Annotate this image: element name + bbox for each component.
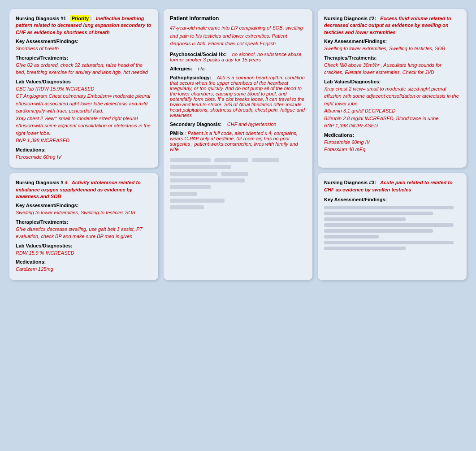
patient-info-card: Patient information 47-year-old male cam… bbox=[164, 9, 312, 280]
allergy-row: Allergies: n/a bbox=[170, 66, 306, 71]
patho-content: Afib is a common heart rhythm condition … bbox=[170, 75, 305, 118]
nd4-therapies-content: Give diuretics decrease swelling, use ga… bbox=[16, 226, 152, 240]
nd2-therapies-label: Therapies/Treatments: bbox=[324, 55, 460, 61]
main-grid: Nursing Diagnosis #1 Priority: Ineffecti… bbox=[9, 9, 467, 280]
nd2-meds1: Furosemide 60mg IV bbox=[324, 139, 370, 145]
nd4-meds-content: Cardizem 125mg bbox=[16, 265, 152, 273]
nd4-key-label: Key Assessment/Findings: bbox=[16, 203, 152, 208]
nd2-meds2: Potassium 40 mEq bbox=[324, 147, 365, 152]
nd2-meds-label: Medications: bbox=[324, 132, 460, 138]
nd3-blurred bbox=[324, 206, 460, 250]
nd4-title: Nursing Diagnosis # 4 Activity intoleran… bbox=[16, 179, 152, 200]
nd4-number: 4 bbox=[65, 180, 67, 185]
patient-main-text: 47-year-old male came into ER complainin… bbox=[170, 24, 306, 48]
nd1-key-content: Shortness of breath bbox=[16, 45, 152, 52]
patient-info-title: Patient information bbox=[170, 15, 306, 22]
nd2-key-label: Key Assessment/Findings: bbox=[324, 39, 460, 44]
nd1-xray-text: Xray chest 2 view= small to moderate siz… bbox=[16, 116, 151, 136]
nd1-meds-label: Medications: bbox=[16, 147, 152, 152]
nd4-lab-content: RDW 15.9 % INCREASED bbox=[16, 249, 152, 257]
nd2-lab-label: Lab Values/Diagnostics: bbox=[324, 79, 460, 84]
nd2-meds-content: Furosemide 60mg IV Potassium 40 mEq bbox=[324, 139, 460, 153]
nd1-title-label: Nursing Diagnosis #1 bbox=[16, 16, 66, 21]
nd1-lab-label: Lab Values/Diagnostics bbox=[16, 79, 152, 84]
nd1-therapies-content: Give 02 as ordered, check 02 saturation,… bbox=[16, 61, 152, 76]
nd4-meds-label: Medications: bbox=[16, 259, 152, 265]
center-blurred-section bbox=[170, 158, 306, 209]
nd1-bnp-text: BNP 1,398 INCREASED bbox=[16, 138, 69, 143]
nd2-bnp: BNP 1,398 INCREASED bbox=[324, 123, 378, 128]
allergy-label: Allergies: bbox=[170, 66, 192, 71]
nursing-diagnosis-3-card: Nursing Diagnosis #3: Acute pain related… bbox=[318, 173, 467, 280]
nd4-key-content: Swelling to lower extremities, Swelling … bbox=[16, 209, 152, 217]
nd1-ct-text: CT Angiogram Chest pulmonary Embolism= m… bbox=[16, 93, 150, 113]
nursing-diagnosis-4-card: Nursing Diagnosis # 4 Activity intoleran… bbox=[9, 173, 158, 280]
nd2-title-label: Nursing Diagnosis #2: bbox=[324, 16, 376, 21]
psych-row: Psychosocial/Social Hx: no alcohol, no s… bbox=[170, 52, 306, 62]
nd2-albumin: Albumin 3.1 gm/dl DECREASED bbox=[324, 108, 396, 113]
nursing-diagnosis-2-card: Nursing Diagnosis #2: Excess fluid volum… bbox=[318, 9, 467, 168]
nd2-xray-text: Xray chest 2 view= small to moderate siz… bbox=[324, 86, 459, 106]
nd3-title: Nursing Diagnosis #3: Acute pain related… bbox=[324, 179, 460, 193]
psych-label: Psychosocial/Social Hx: bbox=[170, 52, 227, 57]
nd1-key-label: Key Assessment/Findings: bbox=[16, 39, 152, 44]
nd1-title: Nursing Diagnosis #1 Priority: Ineffecti… bbox=[16, 15, 152, 36]
nd3-key-section: Key Assessment/Findings: bbox=[324, 197, 460, 202]
nd1-lab-content: CBC lab (RDW 15.9% INCREASED CT Angiogra… bbox=[16, 85, 152, 144]
secondary-content: CHF and hypertension bbox=[227, 121, 277, 127]
nd2-lab-content: Xray chest 2 view= small to moderate siz… bbox=[324, 85, 460, 130]
nd2-therapies-content: Check I&0 above 30ml/hr , Auscultate lun… bbox=[324, 61, 460, 76]
nd2-bilirubin: Bilirubin 2.8 mg/dl INCREASED, Blood tra… bbox=[324, 116, 439, 121]
nd3-title-label: Nursing Diagnosis #3: bbox=[324, 180, 376, 185]
nd1-therapies-label: Therapies/Treatments: bbox=[16, 55, 152, 61]
pmhx-content: : Patient is a full code, alert oriented… bbox=[170, 130, 298, 152]
nd3-key-label: Key Assessment/Findings: bbox=[324, 197, 460, 202]
patho-row: Pathophysiology: Afib is a common heart … bbox=[170, 75, 306, 118]
nd2-key-content: Swelling to lower extremities, Swelling … bbox=[324, 45, 460, 52]
nd4-lab-label: Lab Values/Diagnostics: bbox=[16, 243, 152, 248]
nd4-lab-section: Lab Values/Diagnostics: RDW 15.9 % INCRE… bbox=[16, 243, 152, 257]
allergy-content: n/a bbox=[198, 66, 204, 71]
secondary-row: Secondary Diagnosis: CHF and hypertensio… bbox=[170, 121, 306, 127]
nd1-priority-badge: Priority bbox=[70, 15, 91, 22]
patho-label: Pathophysiology: bbox=[170, 75, 211, 80]
secondary-label: Secondary Diagnosis: bbox=[170, 121, 222, 127]
pmhx-row: PMHx : Patient is a full code, alert ori… bbox=[170, 130, 306, 152]
nd2-title: Nursing Diagnosis #2: Excess fluid volum… bbox=[324, 15, 460, 36]
nd4-title-label: Nursing Diagnosis # bbox=[16, 180, 63, 185]
pmhx-label: PMHx bbox=[170, 130, 184, 136]
nd1-meds-content: Furosemide 60mg IV bbox=[16, 153, 152, 161]
nd4-therapies-label: Therapies/Treatments: bbox=[16, 219, 152, 225]
nursing-diagnosis-1-card: Nursing Diagnosis #1 Priority: Ineffecti… bbox=[9, 9, 158, 168]
nd1-lab-text: CBC lab (RDW 15.9% INCREASED bbox=[16, 86, 94, 91]
